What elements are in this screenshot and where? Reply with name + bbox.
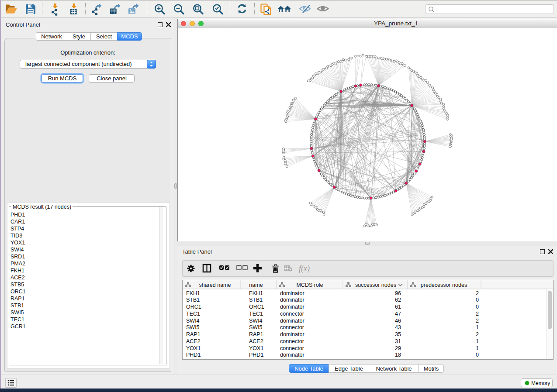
svg-text:shared name: shared name [199,282,231,288]
svg-text:STB1: STB1 [186,297,200,303]
svg-text:2: 2 [476,318,479,324]
svg-text:0: 0 [476,352,479,358]
svg-text:0: 0 [476,304,479,310]
svg-text:SWI4: SWI4 [249,318,263,324]
svg-text:SWI4: SWI4 [186,318,200,324]
svg-text:TEC1: TEC1 [249,311,263,317]
svg-text:connector: connector [280,324,304,330]
svg-text:dominator: dominator [280,331,304,337]
svg-text:dominator: dominator [280,352,304,358]
svg-text:2: 2 [476,331,479,337]
svg-text:61: 61 [395,304,401,310]
svg-text:YOX1: YOX1 [249,345,263,351]
svg-text:SWI5: SWI5 [249,324,263,330]
svg-text:RAP1: RAP1 [249,331,263,337]
svg-text:0: 0 [476,297,479,303]
svg-text:1: 1 [476,345,479,351]
svg-text:TEC1: TEC1 [186,311,200,317]
svg-text:FKH1: FKH1 [249,290,263,296]
svg-text:62: 62 [395,297,401,303]
svg-text:ACE2: ACE2 [249,338,263,344]
svg-text:name: name [249,282,263,288]
svg-text:dominator: dominator [280,297,304,303]
svg-text:46: 46 [395,318,401,324]
svg-text:MCDS role: MCDS role [296,282,323,288]
svg-text:predecessor nodes: predecessor nodes [421,282,467,288]
svg-text:PHD1: PHD1 [249,352,263,358]
svg-text:connector: connector [280,338,304,344]
svg-text:47: 47 [395,311,401,317]
svg-text:ORC1: ORC1 [186,304,201,310]
svg-text:connector: connector [280,345,304,351]
svg-text:29: 29 [395,345,401,351]
svg-text:SWI5: SWI5 [186,324,200,330]
svg-text:STB1: STB1 [249,297,263,303]
svg-text:dominator: dominator [280,290,304,296]
svg-text:dominator: dominator [280,318,304,324]
svg-text:connector: connector [280,311,304,317]
svg-text:1: 1 [476,338,479,344]
svg-text:18: 18 [395,352,401,358]
svg-text:96: 96 [395,290,401,296]
svg-text:dominator: dominator [280,304,304,310]
svg-text:FKH1: FKH1 [186,290,200,296]
svg-text:31: 31 [395,338,401,344]
svg-text:ORC1: ORC1 [249,304,264,310]
svg-text:35: 35 [395,331,401,337]
svg-text:43: 43 [395,324,401,330]
svg-text:1: 1 [476,324,479,330]
svg-text:PHD1: PHD1 [186,352,201,358]
svg-text:ACE2: ACE2 [186,338,201,344]
svg-text:2: 2 [476,311,479,317]
svg-text:RAP1: RAP1 [186,331,201,337]
svg-text:2: 2 [476,290,479,296]
svg-text:f(x): f(x) [299,264,310,273]
svg-text:successor nodes: successor nodes [355,282,396,288]
svg-text:YOX1: YOX1 [186,345,201,351]
